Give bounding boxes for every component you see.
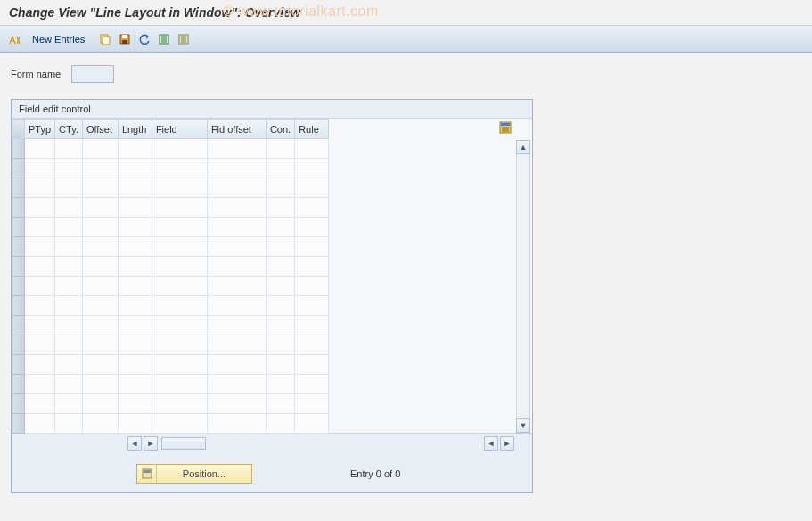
content-area: Form name Field edit control PTyp CTy. O… (0, 53, 812, 506)
row-selector[interactable] (12, 277, 25, 296)
svg-rect-4 (122, 40, 127, 44)
field-edit-panel: Field edit control PTyp CTy. Offset Lngt… (11, 99, 533, 493)
col-header-ptyp[interactable]: PTyp (25, 120, 55, 139)
row-selector[interactable] (12, 375, 25, 394)
panel-footer: Position... Entry 0 of 0 (12, 451, 532, 492)
row-selector[interactable] (12, 218, 25, 237)
table-row[interactable] (12, 375, 329, 394)
entry-count-text: Entry 0 of 0 (350, 468, 400, 479)
table-row[interactable] (12, 237, 329, 257)
position-label: Position... (157, 468, 251, 479)
save-icon[interactable] (117, 31, 133, 47)
deselect-all-icon[interactable] (176, 31, 192, 47)
row-selector[interactable] (12, 414, 25, 434)
row-selector[interactable] (12, 335, 25, 355)
row-selector[interactable] (12, 316, 25, 335)
page-title: Change View "Line Layout in Window": Ove… (9, 5, 803, 20)
row-selector[interactable] (12, 394, 25, 414)
title-bar: Change View "Line Layout in Window": Ove… (0, 0, 812, 26)
col-header-field[interactable]: Field (152, 120, 207, 139)
grid-header-row: PTyp CTy. Offset Lngth Field Fld offset … (12, 120, 329, 139)
form-name-label: Form name (11, 69, 61, 79)
scroll-thumb[interactable] (161, 437, 206, 450)
grid-wrapper: PTyp CTy. Offset Lngth Field Fld offset … (12, 118, 532, 434)
table-row[interactable] (12, 335, 329, 355)
col-header-offset[interactable]: Offset (82, 120, 118, 139)
horizontal-scrollbar: ◄ ► ◄ ► (12, 434, 532, 451)
position-icon (137, 465, 157, 483)
select-all-icon[interactable] (156, 31, 172, 47)
table-row[interactable] (12, 218, 329, 237)
position-button[interactable]: Position... (136, 464, 252, 484)
table-row[interactable] (12, 394, 329, 414)
svg-rect-3 (122, 35, 127, 38)
row-selector[interactable] (12, 139, 25, 159)
table-row[interactable] (12, 257, 329, 277)
grid-table: PTyp CTy. Offset Lngth Field Fld offset … (12, 119, 329, 434)
row-selector[interactable] (12, 257, 25, 277)
table-row[interactable] (12, 198, 329, 218)
col-header-rule[interactable]: Rule (295, 120, 329, 139)
table-row[interactable] (12, 277, 329, 296)
panel-title: Field edit control (12, 100, 532, 118)
scroll-down-button[interactable]: ▼ (516, 418, 530, 433)
watermark: © www.tutorialkart.com (223, 4, 379, 20)
row-selector[interactable] (12, 296, 25, 316)
undo-icon[interactable] (136, 31, 152, 47)
col-header-fldoffset[interactable]: Fld offset (207, 120, 266, 139)
scroll-right2-button[interactable]: ► (500, 436, 514, 451)
table-row[interactable] (12, 139, 329, 159)
scroll-right-button[interactable]: ► (144, 436, 158, 451)
svg-rect-8 (501, 123, 510, 126)
row-selector[interactable] (12, 178, 25, 198)
col-header-con[interactable]: Con. (266, 120, 294, 139)
row-selector[interactable] (12, 198, 25, 218)
new-entries-button[interactable]: New Entries (27, 32, 90, 46)
table-row[interactable] (12, 316, 329, 335)
row-selector[interactable] (12, 237, 25, 257)
form-name-row: Form name (11, 65, 801, 83)
grid-gap: ▲ ▼ (329, 119, 532, 434)
svg-rect-1 (103, 37, 110, 45)
toolbar: New Entries (0, 26, 812, 53)
table-settings-icon[interactable] (498, 120, 514, 136)
scroll-up-button[interactable]: ▲ (516, 140, 530, 154)
row-selector-header[interactable] (12, 120, 25, 139)
table-row[interactable] (12, 296, 329, 316)
row-selector[interactable] (12, 159, 25, 178)
row-selector[interactable] (12, 355, 25, 375)
scroll-track[interactable] (516, 154, 530, 418)
scroll-left2-button[interactable]: ◄ (484, 436, 498, 451)
svg-rect-10 (144, 470, 151, 473)
scroll-left-button[interactable]: ◄ (127, 436, 142, 451)
table-row[interactable] (12, 414, 329, 434)
col-header-lngth[interactable]: Lngth (118, 120, 152, 139)
col-header-cty[interactable]: CTy. (55, 120, 83, 139)
copy-icon[interactable] (97, 31, 113, 47)
table-row[interactable] (12, 178, 329, 198)
toggle-display-icon[interactable] (7, 31, 23, 47)
table-row[interactable] (12, 355, 329, 375)
form-name-input[interactable] (71, 65, 114, 83)
vertical-scrollbar[interactable]: ▲ ▼ (516, 140, 530, 433)
table-row[interactable] (12, 159, 329, 178)
